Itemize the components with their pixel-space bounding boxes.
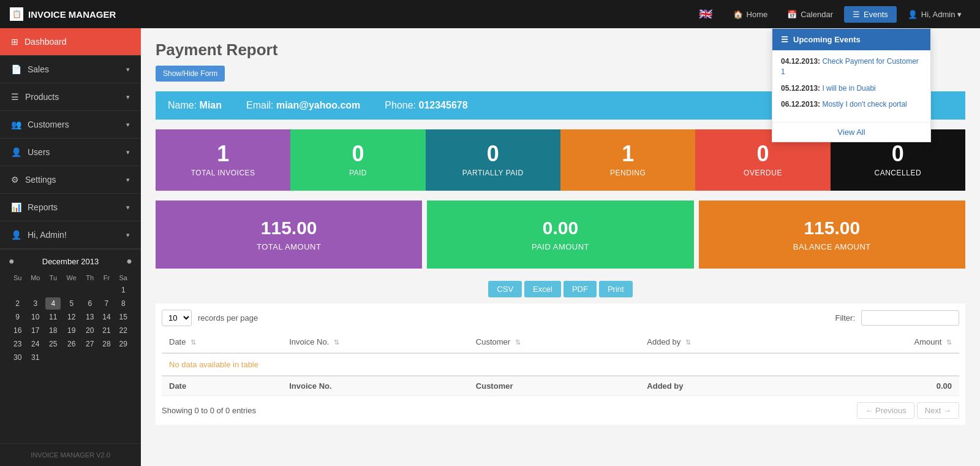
calendar-day [10, 284, 25, 296]
calendar-day[interactable]: 25 [45, 338, 61, 350]
customer-phone-label: Phone: 012345678 [385, 100, 467, 111]
export-csv-button[interactable]: CSV [488, 281, 522, 297]
calendar-day[interactable]: 12 [62, 311, 81, 323]
filter-label: Filter: [835, 313, 856, 323]
calendar-day[interactable]: 2 [10, 297, 25, 310]
amount-card-balance-amount: 115.00 BALANCE AMOUNT [699, 201, 965, 269]
calendar-day[interactable]: 1 [116, 284, 131, 296]
stat-label: CANCELLED [875, 169, 922, 177]
calendar-day[interactable]: 20 [82, 324, 97, 337]
chevron-down-icon: ▾ [126, 93, 130, 101]
nav-events[interactable]: ☰ Events [844, 6, 897, 23]
calendar-day[interactable]: 10 [26, 311, 44, 323]
col-invoice-no.[interactable]: Invoice No. ⇅ [282, 331, 469, 353]
reports-icon: 📊 [11, 202, 21, 212]
col-added-by[interactable]: Added by ⇅ [639, 331, 808, 353]
calendar-day[interactable]: 17 [26, 324, 44, 337]
nav-admin[interactable]: 👤 Hi, Admin ▾ [899, 6, 970, 23]
calendar-day[interactable]: 15 [116, 311, 131, 323]
show-hide-form-button[interactable]: Show/Hide Form [156, 66, 225, 82]
calendar-day[interactable]: 8 [116, 297, 131, 310]
nav-calendar[interactable]: 📅 Calendar [778, 6, 842, 23]
per-page-select[interactable]: 10 25 50 [162, 310, 192, 326]
calendar-day[interactable]: 29 [116, 338, 131, 350]
calendar-icon: 📅 [787, 10, 797, 19]
calendar-day[interactable]: 9 [10, 311, 25, 323]
topnav-links: 🏠 Home 📅 Calendar ☰ Events 👤 Hi, Admin ▾ [725, 6, 970, 23]
amount-card-paid-amount: 0.00 PAID AMOUNT [427, 201, 693, 269]
calendar-day[interactable]: 26 [62, 338, 81, 350]
calendar-header: ● December 2013 ● [9, 256, 132, 267]
top-navigation: 📋 INVOICE MANAGER 🇬🇧 🏠 Home 📅 Calendar ☰… [0, 0, 980, 28]
data-table: Date ⇅Invoice No. ⇅Customer ⇅Added by ⇅A… [162, 331, 959, 396]
calendar-day[interactable]: 11 [45, 311, 61, 323]
settings-icon: ⚙ [11, 175, 19, 185]
events-dropdown-body: 04.12.2013: Check Payment for Customer 1… [772, 50, 930, 122]
amount-label: PAID AMOUNT [532, 242, 589, 251]
col-amount[interactable]: Amount ⇅ [809, 331, 959, 353]
col-customer[interactable]: Customer ⇅ [469, 331, 640, 353]
event-item-2: 05.12.2013: I will be in Duabi [781, 83, 922, 94]
customer-name-label: Name: Mian [168, 100, 222, 111]
event-item-3: 06.12.2013: Mostly I don't check portal [781, 99, 922, 110]
calendar-day[interactable]: 18 [45, 324, 61, 337]
stat-card-total-invoices: 1 TOTAL INVOICES [156, 129, 290, 191]
col-date[interactable]: Date ⇅ [162, 331, 282, 353]
sidebar-item-sales[interactable]: 📄 Sales ▾ [0, 56, 141, 83]
stat-label: PAID [349, 169, 367, 177]
calendar-day[interactable]: 30 [10, 351, 25, 364]
users-icon: 👤 [11, 147, 21, 157]
sidebar-item-products[interactable]: ☰ Products ▾ [0, 83, 141, 111]
chevron-down-icon: ▾ [126, 176, 130, 184]
sidebar-item-customers[interactable]: 👥 Customers ▾ [0, 111, 141, 139]
export-print-button[interactable]: Print [599, 281, 633, 297]
calendar-day[interactable]: 19 [62, 324, 81, 337]
calendar-day[interactable]: 6 [82, 297, 97, 310]
calendar-day [26, 284, 44, 296]
export-pdf-button[interactable]: PDF [564, 281, 597, 297]
calendar-day[interactable]: 16 [10, 324, 25, 337]
sort-icon: ⇅ [334, 338, 339, 346]
sidebar-item-admin[interactable]: 👤 Hi, Admin! ▾ [0, 221, 141, 249]
calendar-day [45, 351, 61, 364]
calendar-day[interactable]: 27 [82, 338, 97, 350]
customers-icon: 👥 [11, 120, 21, 129]
calendar-day[interactable]: 31 [26, 351, 44, 364]
events-icon: ☰ [853, 10, 860, 19]
stat-label: PARTIALLY PAID [462, 169, 524, 177]
calendar-prev-button[interactable]: ● [9, 256, 15, 267]
amount-num: 115.00 [261, 218, 317, 239]
calendar-day[interactable]: 28 [99, 338, 114, 350]
stat-card-paid: 0 PAID [290, 129, 425, 191]
export-buttons: CSVExcelPDFPrint [156, 281, 965, 297]
calendar-day[interactable]: 3 [26, 297, 44, 310]
calendar-day[interactable]: 22 [116, 324, 131, 337]
calendar-day[interactable]: 24 [26, 338, 44, 350]
calendar-day[interactable]: 14 [99, 311, 114, 323]
footer-customer: Customer [469, 376, 640, 396]
nav-home[interactable]: 🏠 Home [725, 6, 777, 23]
calendar-day[interactable]: 4 [45, 297, 61, 310]
calendar-day[interactable]: 7 [99, 297, 114, 310]
sidebar-item-users[interactable]: 👤 Users ▾ [0, 139, 141, 166]
sort-icon: ⇅ [515, 338, 521, 346]
filter-input[interactable] [861, 310, 959, 326]
events-dropdown: ☰ Upcoming Events 04.12.2013: Check Paym… [772, 28, 931, 142]
calendar-day[interactable]: 5 [62, 297, 81, 310]
calendar-day[interactable]: 13 [82, 311, 97, 323]
dashboard-icon: ⊞ [11, 37, 18, 47]
sidebar-item-dashboard[interactable]: ⊞ Dashboard [0, 28, 141, 56]
calendar-day[interactable]: 23 [10, 338, 25, 350]
chevron-down-icon: ▾ [126, 204, 130, 212]
sidebar-item-reports[interactable]: 📊 Reports ▾ [0, 194, 141, 221]
calendar-day[interactable]: 21 [99, 324, 114, 337]
previous-button[interactable]: ← Previous [857, 402, 914, 419]
next-button[interactable]: Next → [917, 402, 959, 419]
chevron-down-icon: ▾ [126, 148, 130, 156]
no-data-cell: No data available in table [162, 353, 959, 376]
events-view-all[interactable]: View All [772, 122, 930, 142]
sidebar-item-settings[interactable]: ⚙ Settings ▾ [0, 166, 141, 194]
flag-icon: 🇬🇧 [699, 7, 712, 21]
calendar-next-button[interactable]: ● [126, 256, 132, 267]
export-excel-button[interactable]: Excel [524, 281, 561, 297]
